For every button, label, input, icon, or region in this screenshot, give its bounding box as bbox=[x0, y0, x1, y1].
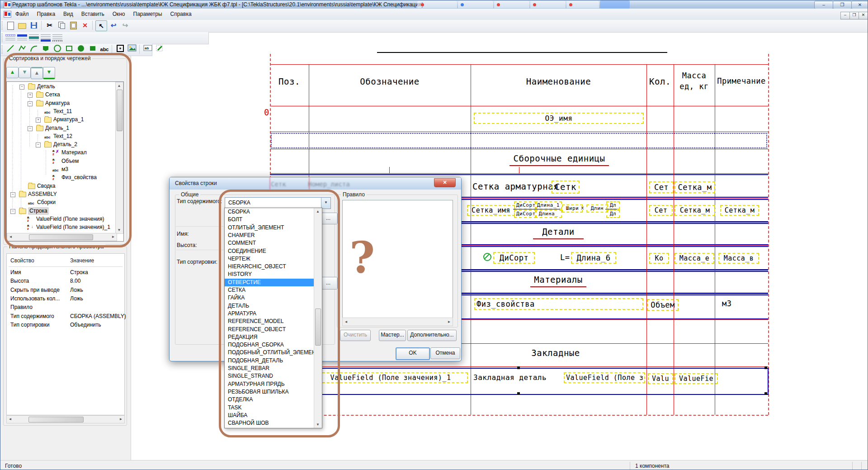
scroll-left-icon[interactable]: ◄ bbox=[7, 233, 14, 240]
tree-expander[interactable]: − bbox=[28, 101, 33, 106]
row-header-button[interactable] bbox=[5, 33, 16, 43]
frame-button[interactable] bbox=[115, 44, 126, 54]
dropdown-item[interactable]: СЕТКА bbox=[225, 286, 316, 294]
rule-hscrollbar[interactable]: ◄ ► bbox=[342, 318, 453, 326]
drawing-tree[interactable]: −Деталь+Сетка−АрматураabcText_11+Арматур… bbox=[6, 81, 124, 242]
move-up-button[interactable]: ▲ bbox=[6, 67, 19, 78]
scroll-left-icon[interactable]: ◄ bbox=[343, 318, 349, 326]
delete-button[interactable]: ✕ bbox=[80, 20, 90, 30]
dropdown-item[interactable]: SINGLE_STRAND bbox=[225, 372, 316, 380]
row-page-header-button[interactable] bbox=[17, 33, 28, 43]
row-content-button[interactable] bbox=[28, 33, 39, 43]
row-page-footer-button[interactable] bbox=[40, 33, 51, 43]
edit-pencil-button[interactable] bbox=[154, 44, 165, 54]
circle-button[interactable] bbox=[52, 44, 63, 54]
arc-button[interactable] bbox=[28, 44, 39, 54]
selection-handle[interactable] bbox=[517, 366, 520, 369]
rectangle-filled-button[interactable] bbox=[87, 44, 98, 54]
textfield-button[interactable]: ab bbox=[142, 44, 153, 54]
scrollbar-thumb[interactable] bbox=[29, 234, 93, 240]
dropdown-item[interactable]: ПОДОБНАЯ_ДЕТАЛЬ bbox=[225, 357, 316, 365]
circle-filled-button[interactable] bbox=[75, 44, 86, 54]
scroll-up-icon[interactable]: ▲ bbox=[116, 82, 123, 89]
scroll-left-icon[interactable]: ◄ bbox=[7, 416, 14, 423]
copy-button[interactable] bbox=[56, 20, 67, 30]
dialog-titlebar[interactable]: Сетк Номер_листа Свойства строки ✕ bbox=[170, 177, 461, 190]
content-type-dropdown-list[interactable]: СБОРКАБОЛТОТЛИТЫЙ_ЭЛЕМЕНТCHAMFERCOMMENTС… bbox=[224, 208, 322, 428]
rule-editor-area[interactable] bbox=[342, 200, 453, 318]
dropdown-item[interactable]: СОЕДИНЕНИЕ bbox=[225, 247, 316, 255]
preview-hscrollbar[interactable]: ◄ ► bbox=[6, 415, 125, 423]
dropdown-item[interactable]: ПОДОБНАЯ_СБОРКА bbox=[225, 341, 316, 349]
ok-button[interactable]: OK bbox=[396, 347, 430, 360]
dropdown-item[interactable]: ШАЙБА bbox=[225, 412, 316, 419]
tree-expander[interactable]: − bbox=[36, 142, 41, 147]
dropdown-item[interactable]: СВАРНОЙ ШОВ bbox=[225, 419, 316, 427]
dropdown-item[interactable]: ОТЛИТЫЙ_ЭЛЕМЕНТ bbox=[225, 224, 316, 232]
dropdown-item[interactable]: SINGLE_REBAR bbox=[225, 365, 316, 372]
tree-expander[interactable]: + bbox=[28, 93, 33, 98]
move-bottom-button[interactable]: ▼ bbox=[43, 67, 55, 79]
tree-hscrollbar[interactable]: ◄ ► bbox=[7, 233, 117, 241]
cut-button[interactable]: ✂ bbox=[44, 20, 55, 30]
save-button[interactable] bbox=[28, 20, 39, 30]
rectangle-button[interactable] bbox=[64, 44, 75, 54]
clear-button[interactable]: Очистить bbox=[340, 330, 371, 341]
polygon-filled-button[interactable] bbox=[40, 44, 51, 54]
select-button[interactable]: ↖ bbox=[95, 20, 107, 31]
dropdown-item[interactable]: ПОДОБНЫЙ_ОТЛИТЫЙ_ЭЛЕМЕНТ bbox=[225, 349, 316, 356]
scrollbar-thumb[interactable] bbox=[28, 417, 84, 423]
image-button[interactable] bbox=[127, 44, 137, 54]
line-button[interactable] bbox=[5, 44, 16, 54]
new-button[interactable] bbox=[5, 20, 16, 30]
text-button[interactable]: abc bbox=[99, 44, 110, 54]
advanced-button[interactable]: Дополнительно... bbox=[407, 330, 457, 341]
dialog-close-button[interactable]: ✕ bbox=[434, 178, 456, 187]
dropdown-item[interactable]: HISTORY bbox=[225, 271, 316, 278]
dropdown-item[interactable]: COMMENT bbox=[225, 239, 316, 247]
scroll-right-icon[interactable]: ► bbox=[110, 233, 117, 240]
selection-handle[interactable] bbox=[764, 392, 767, 395]
dropdown-item[interactable]: ОТДЕЛКА bbox=[225, 396, 316, 404]
chevron-down-icon[interactable]: ▼ bbox=[321, 198, 330, 209]
open-button[interactable] bbox=[17, 20, 28, 30]
cancel-button[interactable]: Отмена bbox=[430, 347, 460, 359]
tree-expander[interactable]: − bbox=[19, 85, 24, 90]
polyline-button[interactable] bbox=[17, 44, 28, 54]
dropdown-item[interactable]: HIERARCHIC_OBJECT bbox=[225, 263, 316, 271]
scrollbar-thumb[interactable] bbox=[117, 90, 123, 131]
dropdown-item[interactable]: CHAMFER bbox=[225, 232, 316, 239]
tree-expander[interactable]: − bbox=[28, 126, 33, 131]
dropdown-item[interactable]: БОЛТ bbox=[225, 216, 316, 223]
dropdown-item[interactable]: РЕЗЬБОВАЯ ШПИЛЬКА bbox=[225, 388, 316, 396]
dropdown-item[interactable]: ДЕТАЛЬ bbox=[225, 302, 316, 310]
scroll-right-icon[interactable]: ► bbox=[446, 318, 453, 326]
scroll-down-icon[interactable]: ▼ bbox=[314, 421, 321, 428]
selection-handle[interactable] bbox=[517, 392, 520, 395]
selected-row-marquee[interactable] bbox=[271, 133, 767, 148]
paste-button[interactable] bbox=[68, 20, 79, 30]
dropdown-item[interactable]: REFERENCE_OBJECT bbox=[225, 326, 316, 333]
tree-vscrollbar[interactable]: ▲ ▼ bbox=[115, 82, 123, 234]
dropdown-item[interactable]: ГАЙКА bbox=[225, 294, 316, 302]
tree-expander[interactable]: − bbox=[10, 192, 15, 197]
dropdown-item[interactable]: РЕДАКЦИЯ bbox=[225, 333, 316, 341]
selection-handle[interactable] bbox=[764, 366, 767, 369]
dropdown-item[interactable]: REFERENCE_MODEL bbox=[225, 318, 316, 325]
scroll-up-icon[interactable]: ▲ bbox=[314, 208, 321, 215]
tree-expander[interactable]: + bbox=[36, 118, 41, 123]
dropdown-scrollbar[interactable]: ▲ ▼ bbox=[314, 208, 322, 428]
dropdown-item[interactable]: АРМАТУРА bbox=[225, 310, 316, 318]
dropdown-item[interactable]: АРМАТУРНАЯ ПРЯДЬ bbox=[225, 380, 316, 388]
dropdown-item[interactable]: ЧЕРТЕЖ bbox=[225, 255, 316, 263]
scroll-right-icon[interactable]: ► bbox=[118, 416, 124, 423]
dropdown-item[interactable]: СБОРКА bbox=[225, 208, 316, 216]
scroll-down-icon[interactable]: ▼ bbox=[116, 227, 123, 233]
tree-expander[interactable]: − bbox=[10, 209, 15, 214]
undo-button[interactable]: ↩ bbox=[108, 20, 119, 30]
dropdown-item[interactable]: ОТВЕРСТИЕ bbox=[225, 279, 316, 286]
row-footer-button[interactable] bbox=[52, 33, 63, 43]
dropdown-item[interactable]: TASK bbox=[225, 404, 316, 412]
move-down-button[interactable]: ▼ bbox=[19, 67, 31, 78]
redo-button[interactable]: ↪ bbox=[120, 20, 131, 30]
